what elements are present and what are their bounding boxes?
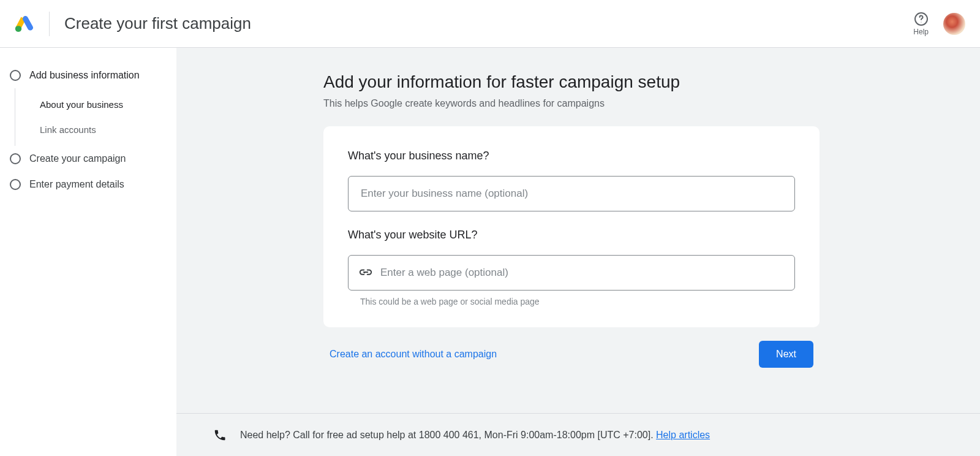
website-url-group: What's your website URL? This could be a… [348,229,795,306]
step-label: Add business information [29,70,140,81]
sidebar-substeps: About your business Link accounts [15,88,176,146]
help-articles-link[interactable]: Help articles [656,430,710,440]
step-label: Create your campaign [29,153,126,164]
svg-point-1 [16,26,22,32]
sidebar-step-business-info[interactable]: Add business information [10,63,176,88]
main-heading: Add your information for faster campaign… [323,72,820,92]
svg-point-3 [921,21,921,22]
help-button[interactable]: Help [913,12,929,36]
sidebar-step-create-campaign[interactable]: Create your campaign [10,146,176,172]
form-actions: Create an account without a campaign Nex… [323,341,820,368]
body: Add business information About your busi… [0,48,980,456]
help-footer: Need help? Call for free ad setup help a… [176,413,980,456]
business-name-group: What's your business name? [348,150,795,211]
sidebar-substep-about[interactable]: About your business [40,92,176,117]
avatar[interactable] [943,13,965,35]
form-card: What's your business name? What's your w… [323,126,820,327]
website-url-helper: This could be a web page or social media… [348,297,795,306]
website-url-input[interactable] [348,255,795,291]
sidebar-substep-link-accounts[interactable]: Link accounts [40,117,176,142]
website-url-label: What's your website URL? [348,229,795,241]
header-actions: Help [913,12,965,36]
footer-text-prefix: Need help? Call for free ad setup help a… [240,430,656,440]
link-icon [359,266,372,279]
main: Add your information for faster campaign… [176,48,980,456]
footer-text: Need help? Call for free ad setup help a… [240,430,710,441]
step-label: Enter payment details [29,179,124,190]
sidebar: Add business information About your busi… [0,48,176,456]
step-circle-icon [10,70,21,81]
step-circle-icon [10,179,21,190]
sidebar-step-payment[interactable]: Enter payment details [10,172,176,197]
next-button[interactable]: Next [759,341,813,368]
phone-icon [213,428,227,442]
website-url-input-wrapper [348,255,795,291]
google-ads-logo-icon [15,14,34,34]
main-subheading: This helps Google create keywords and he… [323,98,820,109]
step-circle-icon [10,153,21,164]
main-content: Add your information for faster campaign… [323,72,820,368]
skip-campaign-link[interactable]: Create an account without a campaign [330,349,497,360]
app-header: Create your first campaign Help [0,0,980,48]
help-icon [914,12,929,26]
business-name-input[interactable] [348,176,795,211]
page-title: Create your first campaign [64,14,913,33]
help-label: Help [913,28,929,36]
logo-container [15,12,50,36]
business-name-label: What's your business name? [348,150,795,162]
